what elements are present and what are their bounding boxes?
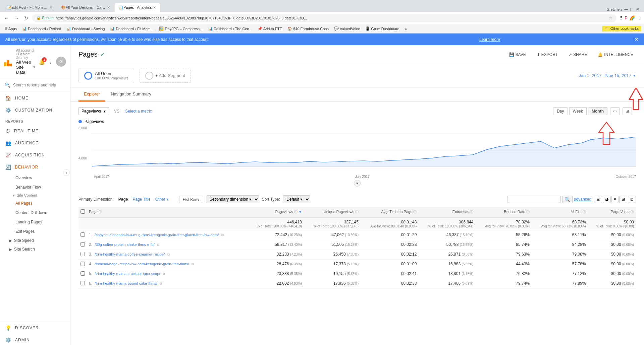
extensions-icon[interactable]: 🌈 <box>630 15 635 20</box>
sidebar-item-exit-pages[interactable]: Exit Pages <box>0 227 70 236</box>
tab-close-icon[interactable]: ✕ <box>107 5 110 10</box>
advanced-link[interactable]: advanced <box>574 197 591 202</box>
bookmark-apps[interactable]: ⠿ Apps <box>3 26 19 31</box>
dim-page-link[interactable]: Page <box>118 197 128 202</box>
save-button[interactable]: 💾 SAVE <box>506 51 529 58</box>
custom-view-button[interactable]: ⊠ <box>628 196 636 203</box>
bookmark-saving[interactable]: 📊 Dashboard ‹ Saving <box>64 26 107 31</box>
sidebar-item-overview[interactable]: Overview <box>0 173 70 183</box>
sidebar-item-customization[interactable]: ⚙️ CUSTOMIZATION <box>0 104 70 116</box>
learn-more-link[interactable]: Learn more <box>479 37 500 42</box>
more-icon[interactable]: ⋮ <box>637 15 641 20</box>
col-pageviews-header[interactable]: Pageviews ⓘ ▼ <box>247 207 304 217</box>
col-entrances-header[interactable]: Entrances ⓘ <box>419 207 475 217</box>
row-checkbox[interactable] <box>80 262 85 266</box>
line-chart-icon-button[interactable]: ▭ <box>610 107 620 115</box>
tab-analytics[interactable]: 📊 Pages - Analytics ✕ <box>115 3 160 12</box>
sidebar-item-acquisition[interactable]: 📈 ACQUISITION <box>0 149 70 161</box>
row-checkbox[interactable] <box>80 271 85 276</box>
tab-close-icon[interactable]: ✕ <box>49 5 52 10</box>
bookmark-add-pte[interactable]: 📌 Add to PTE <box>256 26 284 31</box>
sidebar-item-all-pages[interactable]: All Pages <box>0 199 70 208</box>
page-link[interactable]: /trim-healthy-mama-coffee-creamer-recipe… <box>95 252 165 256</box>
add-segment-button[interactable]: + Add Segment <box>140 69 191 83</box>
page-link[interactable]: /30g-coffee-protein-shake-thms-e-fb/ <box>95 243 154 247</box>
minimize-button[interactable]: ─ <box>625 7 628 12</box>
pie-view-button[interactable]: ◕ <box>603 196 611 203</box>
tab-close-icon[interactable]: ✕ <box>153 5 156 10</box>
back-button[interactable]: ← <box>3 15 10 21</box>
more-options-icon[interactable]: ⋮ <box>48 59 53 65</box>
forward-button[interactable]: → <box>13 15 20 21</box>
bar-view-button[interactable]: ≡ <box>611 196 619 203</box>
select-metric-link[interactable]: Select a metric <box>125 109 152 114</box>
col-avg-time-header[interactable]: Avg. Time on Page ⓘ <box>361 207 419 217</box>
copy-page-icon[interactable]: ⧉ <box>160 282 162 285</box>
row-checkbox[interactable] <box>80 281 85 285</box>
sidebar-item-discover[interactable]: 💡 DISCOVER <box>0 322 70 334</box>
sidebar-item-audience[interactable]: 👥 AUDIENCE <box>0 137 70 149</box>
share-button[interactable]: ↗ SHARE <box>566 51 590 58</box>
col-bounce-rate-header[interactable]: Bounce Rate ⓘ <box>475 207 532 217</box>
copy-page-icon[interactable]: ⧉ <box>157 243 159 247</box>
intelligence-button[interactable]: 🔔 INTELLIGENCE <box>595 51 636 58</box>
maximize-button[interactable]: □ <box>631 7 633 12</box>
bookmark-retired[interactable]: 📊 Dashboard ‹ Retired <box>20 26 63 31</box>
select-all-checkbox[interactable] <box>80 209 85 214</box>
day-button[interactable]: Day <box>553 107 568 115</box>
table-search-button[interactable]: 🔍 <box>562 196 573 203</box>
col-pct-exit-header[interactable]: % Exit ⓘ <box>532 207 588 217</box>
bookmark-fitmom[interactable]: 📊 Dashboard ‹ Fit Mom... <box>108 26 155 31</box>
col-page-header[interactable]: Page ⓘ <box>87 207 247 217</box>
sidebar-item-site-search[interactable]: ▶ Site Search <box>0 245 70 254</box>
sidebar-item-home[interactable]: 🏠 HOME <box>0 92 70 104</box>
site-content-section[interactable]: ▼ Site Content <box>0 192 70 199</box>
col-page-value-header[interactable]: Page Value ⓘ <box>588 207 636 217</box>
export-button[interactable]: ⬇ EXPORT <box>534 51 560 58</box>
sidebar-item-landing-pages[interactable]: Landing Pages <box>0 217 70 227</box>
metric-dropdown[interactable]: Pageviews ▼ <box>78 107 109 115</box>
row-checkbox[interactable] <box>80 242 85 247</box>
week-button[interactable]: Week <box>569 107 587 115</box>
bookmark-other[interactable]: 📁 Other bookmarks <box>602 26 641 31</box>
sort-type-select[interactable]: Default ▾ <box>283 195 310 203</box>
bookmark-more[interactable]: » <box>403 26 409 31</box>
sidebar-item-behavior-flow[interactable]: Behavior Flow <box>0 183 70 192</box>
copy-page-icon[interactable]: ⧉ <box>163 272 165 276</box>
sidebar-item-admin[interactable]: ⚙️ ADMIN <box>0 334 70 345</box>
sidebar-item-content-drilldown[interactable]: Content Drilldown <box>0 208 70 217</box>
row-checkbox[interactable] <box>80 232 85 237</box>
star-icon[interactable]: ☆ <box>609 16 612 20</box>
date-range-picker[interactable]: Jan 1, 2017 - Nov 15, 2017 ▼ <box>579 73 636 78</box>
sidebar-item-site-speed[interactable]: ▶ Site Speed <box>0 236 70 245</box>
tab-navigation-summary[interactable]: Navigation Summary <box>105 87 157 101</box>
notification-close-button[interactable]: ✕ <box>634 36 639 43</box>
account-name[interactable]: All Web Site Data ▼ <box>16 60 36 75</box>
tab-edit-post[interactable]: 📝 Edit Post ‹ Fit Mom Jour... ✕ <box>3 3 56 12</box>
table-search-input[interactable] <box>507 196 561 203</box>
grid-view-button[interactable]: ⊞ <box>594 196 602 203</box>
avatar[interactable]: G <box>56 57 66 67</box>
copy-page-icon[interactable]: ⧉ <box>167 253 170 256</box>
plot-rows-button[interactable]: Plot Rows <box>179 196 203 203</box>
bookmark-valuedvoice[interactable]: 💬 ValuedVoice <box>332 26 362 31</box>
row-checkbox[interactable] <box>80 252 85 256</box>
url-input[interactable] <box>56 16 607 20</box>
tab-explorer[interactable]: Explorer <box>78 87 105 101</box>
close-button[interactable]: ✕ <box>636 7 640 12</box>
dim-page-title-link[interactable]: Page Title <box>132 197 150 202</box>
pivot-view-button[interactable]: ⊟ <box>619 196 627 203</box>
segment-all-users[interactable]: All Users 100.00% Pageviews <box>78 68 134 83</box>
month-button[interactable]: Month <box>588 107 607 115</box>
secondary-dimension-select[interactable]: Secondary dimension ▾ <box>206 195 259 203</box>
col-unique-pageviews-header[interactable]: Unique Pageviews ⓘ <box>304 207 361 217</box>
tab-canva[interactable]: 🎨 All Your Designs – Canva ✕ <box>57 3 114 12</box>
bell-icon[interactable]: 🔔 1 <box>39 59 45 65</box>
refresh-button[interactable]: ↻ <box>23 15 30 21</box>
page-link[interactable]: /fathead-bagel-recipe-low-carb-ketogenic… <box>95 262 189 266</box>
page-link[interactable]: /trim-healthy-mama-crockpot-taco-soup/ <box>95 272 160 276</box>
sidebar-collapse-button[interactable]: ‹ <box>63 169 70 176</box>
bookmark-central[interactable]: 📊 Dashboard ‹ The Cen... <box>206 26 254 31</box>
page-link[interactable]: /copycat-cinnabon-in-a-mug-thms-ketogeni… <box>95 233 219 237</box>
sidebar-item-behavior[interactable]: 🔄 BEHAVIOR <box>0 161 70 173</box>
